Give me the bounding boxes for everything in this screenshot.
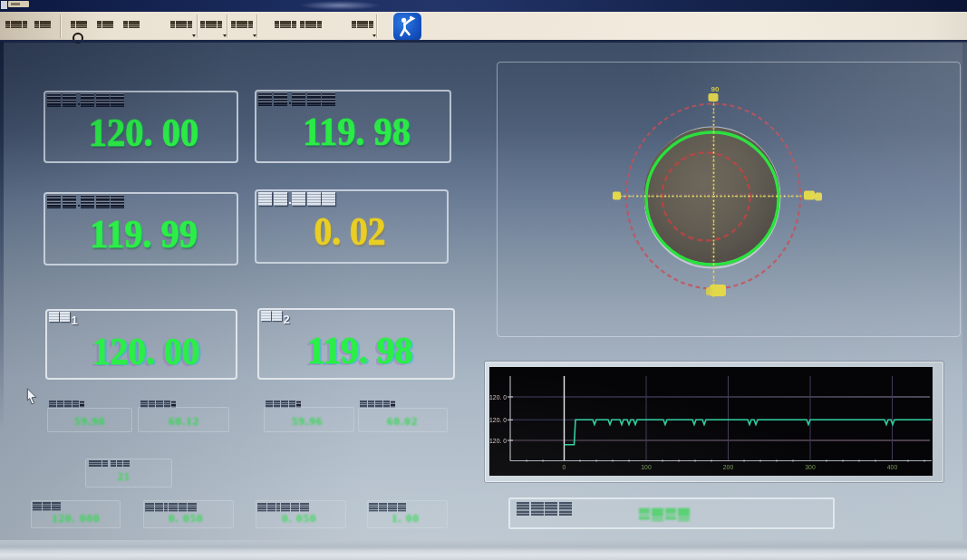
svg-text:200: 200 (723, 464, 734, 470)
svg-text:90: 90 (711, 85, 720, 93)
svg-text:100: 100 (641, 464, 652, 470)
svg-text:120. 0: 120. 0 (489, 438, 507, 444)
svg-text:0: 0 (563, 464, 566, 470)
svg-text:120. 0: 120. 0 (489, 394, 507, 401)
svg-text:400: 400 (887, 464, 898, 470)
svg-text:300: 300 (805, 464, 816, 470)
svg-text:120. 0: 120. 0 (489, 417, 507, 423)
